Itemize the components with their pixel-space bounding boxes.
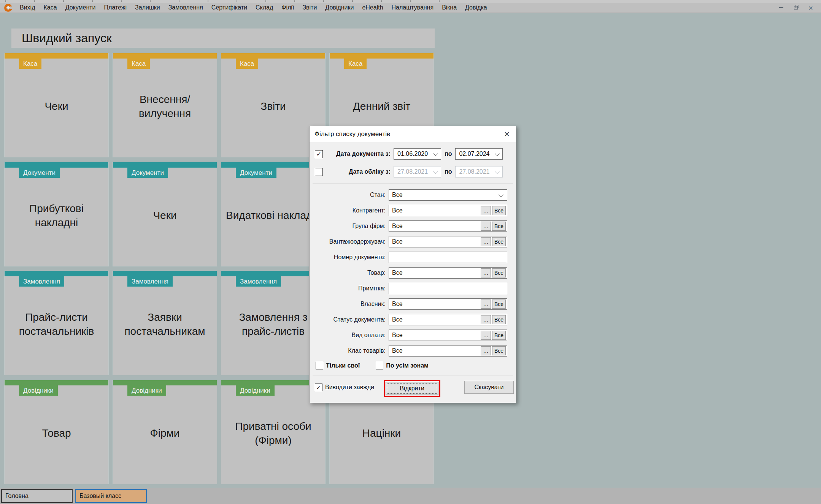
menu-item-ehealth[interactable]: eHealth xyxy=(358,3,387,13)
tile-label: Видаткові накладні xyxy=(225,168,322,264)
tile-zaiavky-postachalnykam[interactable]: Замовлення Заявки постачальникам xyxy=(113,271,217,375)
document-status-all-button[interactable]: Все xyxy=(492,315,506,324)
minimize-button[interactable] xyxy=(777,3,785,12)
tile-label: Прибуткові накладні xyxy=(8,168,105,264)
restore-button[interactable] xyxy=(792,3,800,12)
dialog-footer: ✓ Виводити завжди Відкрити Скасувати xyxy=(314,380,511,397)
menu-item-warehouse[interactable]: Склад xyxy=(251,3,277,13)
document-date-to-combo[interactable]: 02.07.2024 xyxy=(455,148,503,160)
menu-items: Вихід Каса Документи Платежі Залишки Зам… xyxy=(16,3,491,13)
firm-group-all-button[interactable]: Все xyxy=(492,222,506,231)
menu-item-kasa[interactable]: Каса xyxy=(40,3,61,13)
product-class-label: Клас товарів: xyxy=(315,347,386,354)
menu-item-branches[interactable]: Філії xyxy=(277,3,298,13)
consignee-field[interactable]: Все … Все xyxy=(389,236,507,247)
counterparty-browse-button[interactable]: … xyxy=(481,206,491,215)
tile-prais-lysty-postachalnykiv[interactable]: Замовлення Прайс-листи постачальників xyxy=(5,271,108,375)
menu-item-windows[interactable]: Вікна xyxy=(438,3,461,13)
owner-browse-button[interactable]: … xyxy=(481,300,491,309)
tile-label: Внесення/вилучення xyxy=(116,59,213,155)
all-zones-checkbox[interactable] xyxy=(376,362,383,369)
tile-category-bar xyxy=(330,53,434,59)
product-label: Товар: xyxy=(315,269,386,276)
tab-label: Головна xyxy=(5,493,29,499)
dialog-title-bar[interactable]: Фільтр списку документів xyxy=(310,126,516,142)
tile-firmy[interactable]: Довідники Фірми xyxy=(113,380,217,484)
accounting-date-to-value: 27.08.2021 xyxy=(459,168,489,175)
tile-vnesennia-vyluchennia[interactable]: Каса Внесення/вилучення xyxy=(113,53,217,157)
document-date-from-combo[interactable]: 01.06.2020 xyxy=(394,148,441,160)
always-show-option[interactable]: ✓ Виводити завжди xyxy=(315,384,374,391)
document-status-field[interactable]: Все … Все xyxy=(389,314,507,325)
document-status-field-row: Статус документа: Все … Все xyxy=(315,314,507,325)
note-input[interactable] xyxy=(392,283,506,294)
always-show-checkbox[interactable]: ✓ xyxy=(315,384,322,391)
tile-label: Замовлення з прайс-листів xyxy=(225,276,322,372)
menu-item-reports[interactable]: Звіти xyxy=(298,3,321,13)
menu-item-exit[interactable]: Вихід xyxy=(16,3,40,13)
tile-category-bar xyxy=(113,53,217,59)
minimize-icon xyxy=(779,7,783,8)
owner-field[interactable]: Все … Все xyxy=(389,298,507,310)
menu-item-orders[interactable]: Замовлення xyxy=(164,3,207,13)
only-own-checkbox[interactable] xyxy=(316,362,323,369)
document-number-input[interactable] xyxy=(392,252,506,263)
tab-holovna[interactable]: Головна xyxy=(1,489,73,503)
firm-group-browse-button[interactable]: … xyxy=(481,222,491,231)
product-class-field[interactable]: Все … Все xyxy=(389,345,507,357)
tile-cheky-dokumenty[interactable]: Документи Чеки xyxy=(113,162,217,266)
counterparty-all-button[interactable]: Все xyxy=(492,206,506,215)
tile-prybutkovi-nakladni[interactable]: Документи Прибуткові накладні xyxy=(5,162,108,266)
firm-group-field[interactable]: Все … Все xyxy=(389,220,507,232)
tile-category-bar xyxy=(5,271,108,276)
document-status-value: Все xyxy=(392,316,480,323)
firm-group-field-row: Група фірм: Все … Все xyxy=(315,220,507,232)
quick-launch-title: Швидкий запуск xyxy=(22,31,112,45)
menu-item-help[interactable]: Довідка xyxy=(461,3,491,13)
state-label: Стан: xyxy=(315,192,386,198)
cancel-button[interactable]: Скасувати xyxy=(464,381,514,394)
firm-group-label: Група фірм: xyxy=(315,223,386,230)
consignee-browse-button[interactable]: … xyxy=(481,237,491,246)
menu-item-certificates[interactable]: Сертифікати xyxy=(207,3,251,13)
restore-icon xyxy=(794,6,798,10)
document-date-checkbox[interactable]: ✓ xyxy=(315,150,323,158)
consignee-all-button[interactable]: Все xyxy=(492,237,506,246)
app-logo-icon xyxy=(4,4,12,12)
only-own-option[interactable]: Тільки свої xyxy=(316,362,360,369)
chevron-down-icon xyxy=(495,151,500,156)
always-show-label: Виводити завжди xyxy=(325,384,374,391)
payment-type-all-button[interactable]: Все xyxy=(492,331,506,340)
menu-item-stock-balances[interactable]: Залишки xyxy=(131,3,164,13)
accounting-date-checkbox[interactable] xyxy=(315,168,323,176)
close-window-button[interactable]: × xyxy=(807,3,815,12)
payment-type-browse-button[interactable]: … xyxy=(481,331,491,340)
product-class-all-button[interactable]: Все xyxy=(492,346,506,355)
product-field[interactable]: Все … Все xyxy=(389,267,507,279)
tab-bazovyi-klass[interactable]: Базовый класс xyxy=(75,489,147,503)
accounting-date-to-combo[interactable]: 27.08.2021 xyxy=(455,166,503,178)
tile-cheky-kasa[interactable]: Каса Чеки xyxy=(5,53,108,157)
chevron-down-icon xyxy=(495,169,500,174)
tile-category-bar xyxy=(5,380,108,385)
product-browse-button[interactable]: … xyxy=(481,268,491,277)
payment-type-field[interactable]: Все … Все xyxy=(389,330,507,341)
menu-item-settings[interactable]: Налаштування xyxy=(387,3,438,13)
state-select[interactable]: Все xyxy=(389,189,507,201)
menu-item-documents[interactable]: Документи xyxy=(61,3,100,13)
product-all-button[interactable]: Все xyxy=(492,268,506,277)
tile-tovar[interactable]: Довідники Товар xyxy=(5,380,108,484)
owner-all-button[interactable]: Все xyxy=(492,300,506,309)
document-status-browse-button[interactable]: … xyxy=(481,315,491,324)
bottom-tab-bar: Головна Базовый класс xyxy=(0,488,821,504)
accounting-date-from-combo[interactable]: 27.08.2021 xyxy=(394,166,441,178)
tile-label: Товар xyxy=(8,385,105,482)
product-class-browse-button[interactable]: … xyxy=(481,346,491,355)
open-button[interactable]: Відкрити xyxy=(386,382,438,395)
all-zones-option[interactable]: По усім зонам xyxy=(376,362,429,369)
dialog-close-button[interactable]: × xyxy=(498,126,516,142)
menu-item-payments[interactable]: Платежі xyxy=(100,3,131,13)
menu-item-directories[interactable]: Довідники xyxy=(321,3,358,13)
counterparty-field[interactable]: Все … Все xyxy=(389,205,507,216)
counterparty-label: Контрагент: xyxy=(315,207,386,214)
